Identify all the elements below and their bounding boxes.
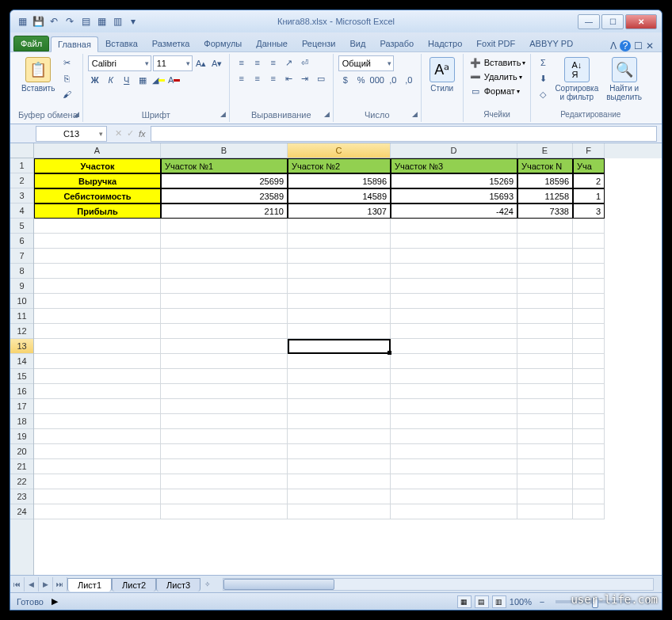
cell[interactable]	[34, 429, 161, 444]
sheet-tab[interactable]: Лист2	[112, 578, 156, 591]
tab-review[interactable]: Рецензи	[295, 36, 343, 51]
align-middle-icon[interactable]: ≡	[250, 55, 265, 70]
fx-icon[interactable]: fx	[139, 129, 146, 139]
cell[interactable]	[161, 339, 288, 354]
cell[interactable]	[288, 504, 391, 519]
cell[interactable]: 11258	[517, 188, 573, 203]
cell[interactable]	[573, 444, 605, 459]
cell[interactable]	[573, 294, 605, 309]
tab-addins[interactable]: Надстро	[421, 36, 469, 51]
cell[interactable]	[573, 504, 605, 519]
cell[interactable]: 3	[573, 203, 605, 219]
dialog-launcher-icon[interactable]: ◢	[220, 110, 226, 118]
cell[interactable]	[391, 474, 517, 489]
inc-decimal-icon[interactable]: ,0	[386, 73, 400, 87]
cell[interactable]: 15896	[288, 173, 391, 188]
cell[interactable]: Прибыль	[34, 203, 161, 219]
view-layout-icon[interactable]: ▤	[475, 595, 489, 608]
cell[interactable]	[517, 279, 573, 294]
cell[interactable]	[517, 429, 573, 444]
row-header[interactable]: 11	[10, 309, 33, 324]
qat-icon[interactable]: ▤	[78, 14, 93, 29]
dialog-launcher-icon[interactable]: ◢	[74, 110, 79, 118]
dialog-launcher-icon[interactable]: ◢	[324, 110, 330, 118]
cell[interactable]	[391, 294, 517, 309]
formatpainter-icon[interactable]: 🖌	[59, 87, 74, 101]
cell[interactable]	[391, 504, 517, 519]
cell[interactable]	[161, 444, 288, 459]
tab-abbyy[interactable]: ABBYY PD	[522, 36, 580, 51]
cell[interactable]	[573, 474, 605, 489]
fx-cancel-icon[interactable]: ✕	[115, 128, 122, 139]
cell[interactable]	[161, 399, 288, 414]
cell[interactable]	[288, 474, 391, 489]
merge-icon[interactable]: ▭	[314, 71, 328, 86]
cell[interactable]	[517, 414, 573, 429]
cell[interactable]	[391, 459, 517, 474]
font-size-combo[interactable]: 11	[153, 55, 193, 71]
align-bottom-icon[interactable]: ≡	[266, 55, 281, 70]
ribbon-min-icon[interactable]: ᐱ	[610, 40, 617, 51]
cell[interactable]	[288, 249, 391, 264]
underline-icon[interactable]: Ч	[120, 73, 134, 87]
cell[interactable]	[34, 354, 161, 369]
cell[interactable]	[161, 249, 288, 264]
cell[interactable]	[517, 504, 573, 519]
cell[interactable]	[391, 429, 517, 444]
cell[interactable]	[517, 234, 573, 249]
cell[interactable]	[517, 459, 573, 474]
cell[interactable]	[34, 504, 161, 519]
cell[interactable]	[161, 309, 288, 324]
clear-icon[interactable]: ◇	[536, 87, 550, 101]
spreadsheet-grid[interactable]: 123456789101112131415161718192021222324 …	[10, 143, 662, 575]
zoom-level[interactable]: 100%	[510, 597, 532, 607]
cell[interactable]	[517, 309, 573, 324]
cell[interactable]	[517, 249, 573, 264]
cell[interactable]	[161, 504, 288, 519]
shrink-font-icon[interactable]: A▾	[210, 56, 224, 70]
cell[interactable]	[34, 489, 161, 504]
font-name-combo[interactable]: Calibri	[88, 55, 151, 71]
cell[interactable]	[161, 474, 288, 489]
row-header[interactable]: 1	[10, 158, 33, 173]
wrap-text-icon[interactable]: ⏎	[298, 55, 312, 70]
cell[interactable]: Участок №3	[391, 158, 517, 173]
cell[interactable]	[288, 414, 391, 429]
cell[interactable]	[573, 354, 605, 369]
indent-dec-icon[interactable]: ⇤	[282, 71, 296, 86]
cell[interactable]	[391, 444, 517, 459]
row-header[interactable]: 18	[10, 414, 33, 429]
cell[interactable]: 1	[573, 188, 605, 203]
cell[interactable]	[573, 339, 605, 354]
orientation-icon[interactable]: ↗	[282, 55, 296, 70]
cell[interactable]	[288, 444, 391, 459]
cell[interactable]	[517, 219, 573, 234]
row-header[interactable]: 5	[10, 219, 33, 234]
fill-icon[interactable]: ⬇	[536, 71, 550, 86]
cell[interactable]	[161, 489, 288, 504]
row-header[interactable]: 16	[10, 384, 33, 399]
column-header[interactable]: F	[573, 143, 605, 158]
tab-view[interactable]: Вид	[343, 36, 373, 51]
select-all-corner[interactable]	[10, 143, 33, 158]
row-header[interactable]: 23	[10, 489, 33, 504]
row-header[interactable]: 6	[10, 234, 33, 249]
column-header[interactable]: E	[517, 143, 573, 158]
cell[interactable]	[517, 369, 573, 384]
cell[interactable]: Участок №2	[288, 158, 391, 173]
currency-icon[interactable]: $	[338, 73, 353, 87]
titlebar[interactable]: ▦ 💾 ↶ ↷ ▤ ▦ ▥ ▾ Книга88.xlsx - Microsoft…	[10, 10, 662, 32]
cell[interactable]	[573, 309, 605, 324]
cell[interactable]	[573, 219, 605, 234]
cell[interactable]	[34, 279, 161, 294]
cell[interactable]	[288, 309, 391, 324]
cell[interactable]: -424	[391, 203, 517, 219]
sheet-nav-prev-icon[interactable]: ◀	[25, 577, 39, 591]
cell[interactable]: 1307	[288, 203, 391, 219]
column-header[interactable]: B	[161, 143, 288, 158]
row-header[interactable]: 15	[10, 369, 33, 384]
cell[interactable]	[288, 264, 391, 279]
cell[interactable]	[288, 369, 391, 384]
cell[interactable]	[161, 294, 288, 309]
cell[interactable]	[34, 219, 161, 234]
